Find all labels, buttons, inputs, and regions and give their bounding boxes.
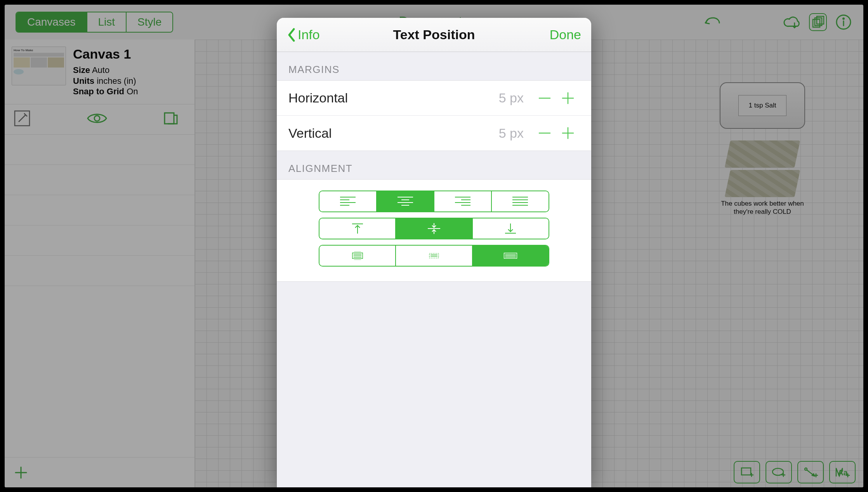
svg-point-4 <box>843 18 844 19</box>
sidebar-mode-tabs: Canvases List Style <box>16 12 173 33</box>
wrap-clip-option[interactable] <box>319 246 396 266</box>
align-left-icon <box>336 196 359 207</box>
cubes-caption: The cubes work better when they're reall… <box>720 199 805 216</box>
margin-vertical-decrement[interactable] <box>533 121 556 145</box>
tab-style[interactable]: Style <box>127 12 172 32</box>
svg-point-9 <box>773 468 783 475</box>
margin-horizontal-decrement[interactable] <box>533 87 556 110</box>
wrap-overflow-option[interactable] <box>473 246 549 266</box>
svg-rect-8 <box>741 468 751 475</box>
shape-cubes-group[interactable]: The cubes work better when they're reall… <box>720 140 805 216</box>
list-item[interactable] <box>5 225 194 256</box>
shape-salt-text: 1 tsp Salt <box>738 95 787 116</box>
list-item[interactable] <box>5 135 194 165</box>
text-overflow-control <box>319 245 549 267</box>
back-label: Info <box>298 27 320 42</box>
align-center-icon <box>394 196 417 207</box>
margin-vertical-increment[interactable] <box>556 121 580 145</box>
align-right-icon <box>451 196 474 207</box>
tab-canvases[interactable]: Canvases <box>16 12 87 32</box>
eye-icon[interactable] <box>86 111 108 127</box>
cloud-icon[interactable] <box>783 13 801 31</box>
add-ellipse-button[interactable] <box>766 461 792 483</box>
valign-top-option[interactable] <box>319 218 396 239</box>
valign-middle-option[interactable] <box>396 218 472 239</box>
canvas-sidebar: How To Make Canvas 1 Size Au <box>5 40 195 487</box>
canvas-units-label: Units <box>73 76 94 86</box>
wrap-overflow-icon <box>502 249 519 262</box>
canvas-units-value: inches (in) <box>97 76 136 86</box>
undo-icon[interactable] <box>703 13 721 31</box>
margin-horizontal-value: 5 px <box>499 90 524 106</box>
add-rect-button[interactable] <box>734 461 760 483</box>
add-line-button[interactable] <box>797 461 824 483</box>
margin-vertical-value: 5 px <box>499 126 524 141</box>
canvas-size-label: Size <box>73 65 90 75</box>
svg-rect-7 <box>165 113 174 124</box>
margin-horizontal-row: Horizontal 5 px <box>277 81 591 116</box>
align-justify-icon <box>509 196 532 207</box>
section-alignment-label: ALIGNMENT <box>277 151 591 179</box>
horizontal-alignment-control <box>319 191 549 212</box>
popover-title: Text Position <box>393 27 475 42</box>
canvas-name: Canvas 1 <box>73 47 138 62</box>
back-button[interactable]: Info <box>287 27 320 42</box>
chevron-left-icon <box>287 28 296 42</box>
list-item[interactable] <box>5 256 194 286</box>
text-position-popover: Info Text Position Done MARGINS Horizont… <box>277 18 591 487</box>
add-text-button[interactable]: Aa <box>829 461 856 483</box>
list-item[interactable] <box>5 165 194 195</box>
valign-top-icon <box>349 222 366 235</box>
canvas-size-value: Auto <box>92 65 109 75</box>
list-item[interactable] <box>5 195 194 225</box>
align-right-option[interactable] <box>434 191 492 211</box>
margin-vertical-row: Vertical 5 px <box>277 116 591 151</box>
edit-icon[interactable] <box>12 109 32 130</box>
margin-vertical-label: Vertical <box>288 126 499 141</box>
svg-point-6 <box>94 116 100 121</box>
valign-bottom-option[interactable] <box>473 218 549 239</box>
info-icon[interactable] <box>835 13 852 31</box>
popover-nav: Info Text Position Done <box>277 18 591 52</box>
margin-horizontal-label: Horizontal <box>288 90 499 106</box>
done-button[interactable]: Done <box>550 27 581 42</box>
canvas-card[interactable]: How To Make Canvas 1 Size Au <box>5 40 194 104</box>
wrap-clip-icon <box>349 249 366 262</box>
align-justify-option[interactable] <box>492 191 549 211</box>
add-canvas-button[interactable] <box>5 457 194 487</box>
align-left-option[interactable] <box>319 191 377 211</box>
valign-middle-icon <box>425 222 443 235</box>
print-area-icon[interactable] <box>162 111 179 128</box>
documents-icon[interactable] <box>809 13 827 31</box>
canvas-snap-label: Snap to Grid <box>73 87 124 96</box>
vertical-alignment-control <box>319 218 549 239</box>
shape-salt-box[interactable]: 1 tsp Salt <box>720 82 805 129</box>
svg-rect-13 <box>429 253 438 258</box>
wrap-fit-option[interactable] <box>396 246 472 266</box>
align-center-option[interactable] <box>377 191 434 211</box>
margin-horizontal-increment[interactable] <box>556 87 580 110</box>
valign-bottom-icon <box>502 222 519 235</box>
section-margins-label: MARGINS <box>277 52 591 80</box>
canvas-snap-value: On <box>127 87 138 96</box>
wrap-fit-icon <box>425 249 443 262</box>
canvas-thumbnail: How To Make <box>12 47 66 85</box>
tab-list[interactable]: List <box>87 12 127 32</box>
